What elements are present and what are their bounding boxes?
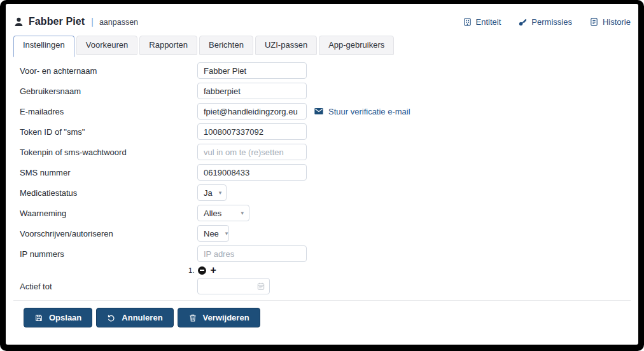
key-icon: [518, 17, 528, 27]
send-verification-label: Stuur verificatie e-mail: [328, 107, 410, 116]
observation-select[interactable]: Alles ▾: [197, 205, 249, 221]
entity-label: Entiteit: [476, 17, 501, 27]
medication-value: Ja: [204, 188, 213, 198]
form-row-token: Token ID of "sms": [20, 123, 631, 140]
tab-berichten[interactable]: Berichten: [199, 36, 253, 55]
username-label: Gebruikersnaam: [20, 86, 197, 96]
history-link[interactable]: Historie: [589, 17, 631, 27]
save-button[interactable]: Opslaan: [24, 308, 92, 327]
medication-label: Medicatiestatus: [20, 188, 197, 198]
chevron-down-icon: ▾: [225, 230, 228, 237]
tab-instellingen[interactable]: Instellingen: [13, 36, 74, 57]
form-row-observation: Waarneming Alles ▾: [20, 205, 631, 221]
window-frame: Fabber Piet | aanpassen: [0, 0, 644, 351]
active-until-field: [197, 278, 270, 294]
username-input[interactable]: [197, 83, 307, 99]
save-label: Opslaan: [49, 313, 81, 322]
form-row-name: Voor- en achternaam: [20, 62, 631, 79]
token-input[interactable]: [197, 123, 307, 140]
active-until-label: Actief tot: [20, 282, 197, 291]
form-row-ip: IP nummers: [20, 245, 631, 262]
tokenpin-input[interactable]: [197, 144, 307, 160]
observation-label: Waarneming: [20, 209, 197, 218]
page-header: Fabber Piet | aanpassen: [13, 14, 631, 29]
ip-row-index: 1.: [188, 266, 195, 274]
observation-value: Alles: [204, 209, 221, 218]
permissions-label: Permissies: [531, 17, 572, 27]
title-separator: |: [91, 17, 94, 27]
user-icon: [13, 17, 24, 27]
form-row-medication: Medicatiestatus Ja ▾: [20, 184, 631, 201]
ip-row-controls: 1. +: [188, 266, 631, 275]
page-subtitle: aanpassen: [99, 17, 138, 27]
delete-button[interactable]: Verwijderen: [178, 308, 260, 327]
ip-label: IP nummers: [20, 249, 197, 259]
form-row-sms: SMS nummer: [20, 164, 631, 181]
cancel-label: Annuleren: [122, 313, 162, 322]
undo-icon: [107, 313, 116, 322]
tab-rapporten[interactable]: Rapporten: [139, 36, 197, 55]
send-verification-link[interactable]: Stuur verificatie e-mail: [314, 106, 410, 116]
token-label: Token ID of "sms": [20, 127, 197, 137]
email-input[interactable]: [197, 103, 307, 120]
ip-input[interactable]: [197, 245, 307, 262]
medication-select[interactable]: Ja ▾: [197, 184, 227, 201]
sms-label: SMS nummer: [20, 168, 197, 177]
name-input[interactable]: [197, 62, 307, 79]
settings-form: Voor- en achternaam Gebruikersnaam E-mai…: [13, 62, 631, 294]
form-row-username: Gebruikersnaam: [20, 83, 631, 99]
tab-voorkeuren[interactable]: Voorkeuren: [76, 36, 138, 55]
form-row-active-until: Actief tot: [20, 278, 631, 294]
name-label: Voor- en achternaam: [20, 66, 197, 76]
save-icon: [34, 313, 43, 322]
delete-label: Verwijderen: [203, 313, 249, 322]
sms-input[interactable]: [197, 164, 307, 181]
email-label: E-mailadres: [20, 107, 197, 116]
chevron-down-icon: ▾: [241, 210, 244, 216]
envelope-icon: [314, 106, 324, 116]
form-row-email: E-mailadres Stuur verificatie e-mail: [20, 103, 631, 120]
page-title: Fabber Piet: [29, 16, 85, 27]
trash-icon: [188, 313, 197, 322]
cancel-button[interactable]: Annuleren: [96, 308, 173, 327]
history-icon: [589, 17, 599, 27]
tab-app-gebruikers[interactable]: App-gebruikers: [319, 36, 394, 55]
footer-buttons: Opslaan Annuleren: [24, 308, 631, 327]
form-row-tokenpin: Tokenpin of sms-wachtwoord: [20, 144, 631, 160]
building-icon: [463, 17, 472, 27]
remove-ip-icon[interactable]: [198, 266, 206, 275]
form-row-prescribe: Voorschrijven/autoriseren Nee ▾: [20, 225, 631, 242]
entity-link[interactable]: Entiteit: [463, 17, 501, 27]
prescribe-label: Voorschrijven/autoriseren: [20, 229, 197, 238]
prescribe-value: Nee: [204, 229, 219, 238]
tab-bar: Instellingen Voorkeuren Rapporten Berich…: [13, 36, 631, 55]
prescribe-select[interactable]: Nee ▾: [197, 225, 229, 242]
tokenpin-label: Tokenpin of sms-wachtwoord: [20, 148, 197, 157]
tab-uzi-passen[interactable]: UZI-passen: [255, 36, 317, 55]
calendar-icon[interactable]: [256, 282, 265, 291]
header-actions: Entiteit Permissies: [463, 17, 631, 27]
permissions-link[interactable]: Permissies: [518, 17, 572, 27]
add-ip-icon[interactable]: +: [211, 266, 216, 274]
footer-divider: [13, 300, 631, 301]
page: Fabber Piet | aanpassen: [6, 4, 638, 345]
chevron-down-icon: ▾: [219, 189, 222, 196]
history-label: Historie: [603, 17, 631, 27]
